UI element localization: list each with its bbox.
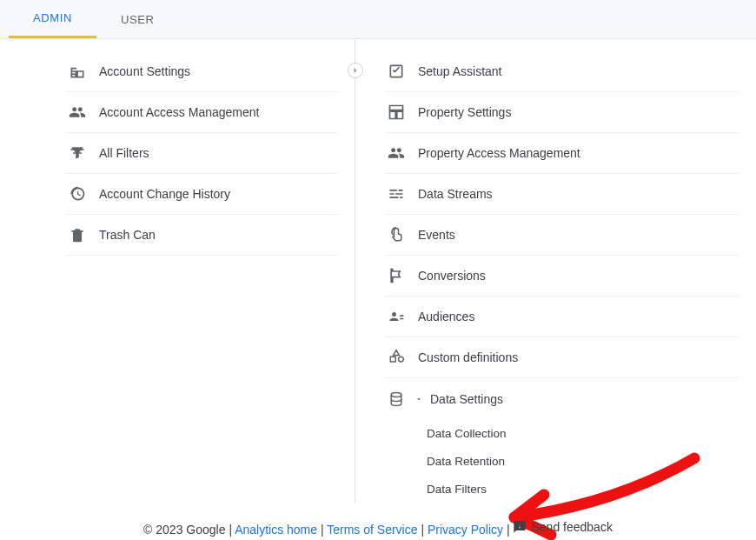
footer-send-feedback[interactable]: Send feedback xyxy=(513,520,612,534)
nav-property-access-management[interactable]: Property Access Management xyxy=(385,133,739,174)
nav-label: Property Access Management xyxy=(418,146,580,160)
nav-data-streams[interactable]: Data Streams xyxy=(385,174,739,215)
account-column: Account Settings Account Access Manageme… xyxy=(0,39,355,503)
nav-label: Account Change History xyxy=(99,187,230,201)
nav-conversions[interactable]: Conversions xyxy=(385,256,739,297)
people-icon xyxy=(68,103,87,122)
subnav-data-collection[interactable]: Data Collection xyxy=(427,419,739,447)
footer-link-terms[interactable]: Terms of Service xyxy=(327,523,417,537)
svg-point-0 xyxy=(391,392,401,397)
footer-link-privacy[interactable]: Privacy Policy xyxy=(428,523,503,537)
checkbox-icon xyxy=(387,62,406,81)
nav-label: Conversions xyxy=(418,269,486,283)
tap-icon xyxy=(387,225,406,244)
building-icon xyxy=(68,62,87,81)
people-icon xyxy=(387,143,406,163)
nav-label: Events xyxy=(418,228,455,242)
nav-account-change-history[interactable]: Account Change History xyxy=(66,174,337,215)
audience-icon xyxy=(387,307,406,326)
footer-link-analytics-home[interactable]: Analytics home xyxy=(235,523,317,537)
nav-all-filters[interactable]: All Filters xyxy=(66,133,337,174)
nav-audiences[interactable]: Audiences xyxy=(385,297,739,337)
nav-data-settings[interactable]: Data Settings xyxy=(385,378,739,419)
nav-label: Account Access Management xyxy=(99,105,259,119)
nav-events[interactable]: Events xyxy=(385,215,739,256)
funnel-icon xyxy=(68,143,87,163)
tab-user[interactable]: USER xyxy=(96,0,179,38)
footer-copyright: © 2023 Google xyxy=(143,523,225,537)
top-tabs: ADMIN USER xyxy=(0,0,756,39)
nav-label: Trash Can xyxy=(99,228,156,242)
nav-label: Account Settings xyxy=(99,64,190,78)
data-settings-submenu: Data Collection Data Retention Data Filt… xyxy=(385,419,739,503)
nav-label: Setup Assistant xyxy=(418,64,502,78)
streams-icon xyxy=(387,184,406,203)
nav-custom-definitions[interactable]: Custom definitions xyxy=(385,337,739,378)
layout-icon xyxy=(387,103,406,122)
nav-label: Property Settings xyxy=(418,105,511,119)
database-icon xyxy=(387,390,406,409)
tab-admin[interactable]: ADMIN xyxy=(9,0,96,38)
nav-property-settings[interactable]: Property Settings xyxy=(385,92,739,133)
property-column: Setup Assistant Property Settings Proper… xyxy=(355,39,756,503)
nav-label: Audiences xyxy=(418,310,474,323)
nav-label: Data Settings xyxy=(430,392,503,406)
subnav-data-filters[interactable]: Data Filters xyxy=(427,475,739,503)
nav-trash-can[interactable]: Trash Can xyxy=(66,215,337,256)
subnav-data-retention[interactable]: Data Retention xyxy=(427,447,739,475)
nav-account-access-management[interactable]: Account Access Management xyxy=(66,92,337,133)
caret-down-icon xyxy=(414,391,423,407)
footer-feedback-label: Send feedback xyxy=(531,520,612,534)
feedback-icon xyxy=(513,520,527,534)
nav-label: All Filters xyxy=(99,146,149,160)
trash-icon xyxy=(68,225,87,244)
shapes-icon xyxy=(387,348,406,367)
history-icon xyxy=(68,184,87,203)
nav-label: Data Streams xyxy=(418,187,493,201)
nav-label: Custom definitions xyxy=(418,350,518,364)
nav-account-settings[interactable]: Account Settings xyxy=(66,51,337,92)
footer: © 2023 Google | Analytics home | Terms o… xyxy=(0,520,756,537)
admin-content: Account Settings Account Access Manageme… xyxy=(0,39,756,503)
flag-icon xyxy=(387,266,406,285)
column-collapse-button[interactable] xyxy=(348,63,363,78)
nav-setup-assistant[interactable]: Setup Assistant xyxy=(385,51,739,92)
